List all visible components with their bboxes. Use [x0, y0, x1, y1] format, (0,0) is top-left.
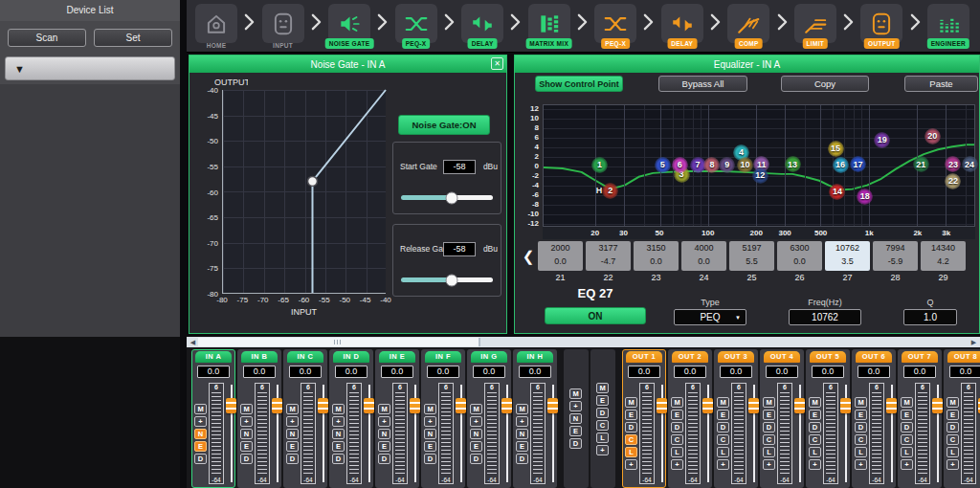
- channel-button-d[interactable]: D: [855, 422, 867, 433]
- channel-button-m[interactable]: M: [596, 383, 609, 393]
- copy-button[interactable]: Copy: [781, 76, 869, 92]
- eq-control-point-13[interactable]: 13: [785, 156, 801, 172]
- scrollbar-thumb[interactable]: [198, 338, 480, 346]
- fader-track[interactable]: [702, 385, 713, 482]
- fader-handle[interactable]: [657, 398, 667, 413]
- scroll-right-icon[interactable]: ▶: [969, 337, 979, 347]
- channel-button-e[interactable]: E: [717, 410, 729, 420]
- eq-control-point-18[interactable]: 18: [857, 189, 873, 205]
- channel-button-n[interactable]: N: [332, 429, 345, 439]
- channel-button-d[interactable]: D: [569, 438, 582, 449]
- start-gate-slider[interactable]: [401, 195, 493, 200]
- equalizer-title-bar[interactable]: Equalizer - IN A: [515, 55, 979, 73]
- eq-band-cell-26[interactable]: 63000.0: [777, 241, 822, 271]
- toolbar-item-delay[interactable]: DELAY: [660, 0, 704, 53]
- eq-control-point-5[interactable]: 5: [655, 157, 671, 173]
- channel-button-d[interactable]: D: [378, 454, 390, 464]
- channel-button-m[interactable]: M: [671, 397, 683, 408]
- close-icon[interactable]: ✕: [491, 57, 503, 70]
- eq-band-cell-27[interactable]: 107623.5: [825, 241, 870, 271]
- channel-strip-out-1[interactable]: OUT 10.0MEDCL+6-64: [622, 349, 666, 488]
- fader-track[interactable]: [410, 385, 420, 482]
- channel-button-m[interactable]: M: [194, 404, 207, 414]
- channel-button-e[interactable]: E: [194, 441, 207, 452]
- eq-control-point-24[interactable]: 24: [962, 156, 978, 172]
- channel-button-+[interactable]: +: [947, 459, 959, 470]
- fader-track[interactable]: [794, 385, 805, 482]
- channel-button-d[interactable]: D: [240, 454, 253, 464]
- channel-strip-out-5[interactable]: OUT 50.0MEDCL+6-64: [806, 349, 850, 488]
- channel-button-d[interactable]: D: [625, 422, 637, 433]
- fader-track[interactable]: [657, 385, 667, 482]
- fader-track[interactable]: [456, 385, 466, 482]
- scroll-left-icon[interactable]: ◀: [188, 337, 198, 347]
- channel-button-m[interactable]: M: [516, 404, 528, 414]
- eq-control-point-19[interactable]: 19: [874, 132, 890, 148]
- channel-button-+[interactable]: +: [194, 416, 207, 427]
- channel-button-d[interactable]: D: [194, 454, 207, 464]
- fader-track[interactable]: [840, 385, 851, 482]
- channel-button-c[interactable]: C: [625, 434, 637, 445]
- channel-strip-in-a[interactable]: IN A0.0M+NED6-64: [191, 349, 235, 488]
- channel-strip-out-4[interactable]: OUT 40.0MEDCL+6-64: [760, 349, 804, 488]
- channel-button-c[interactable]: C: [596, 420, 609, 431]
- channel-button-m[interactable]: M: [332, 404, 345, 414]
- channel-button-n[interactable]: N: [194, 429, 207, 439]
- channel-button-d[interactable]: D: [516, 454, 528, 464]
- fader-handle[interactable]: [886, 398, 897, 413]
- toolbar-item-peq-x[interactable]: PEQ-X: [394, 0, 438, 53]
- channel-button-c[interactable]: C: [717, 434, 729, 445]
- eq-control-point-2[interactable]: 2H: [602, 183, 618, 199]
- channel-button-e[interactable]: E: [569, 426, 582, 436]
- bypass-all-button[interactable]: Bypass All: [658, 76, 747, 92]
- fader-track[interactable]: [748, 385, 759, 482]
- eq-band-cell-28[interactable]: 7994-5.9: [873, 241, 918, 271]
- channel-button-m[interactable]: M: [855, 397, 867, 408]
- fader-handle[interactable]: [702, 398, 713, 413]
- channel-button-n[interactable]: N: [286, 429, 299, 439]
- eq-band-cell-29[interactable]: 143404.2: [921, 241, 966, 271]
- toolbar-item-delay[interactable]: DELAY: [460, 0, 504, 53]
- eq-control-point-21[interactable]: 21: [913, 156, 929, 172]
- channel-button-e[interactable]: E: [625, 410, 637, 420]
- fader-track[interactable]: [501, 385, 512, 482]
- channel-button-+[interactable]: +: [809, 459, 821, 470]
- channel-button-e[interactable]: E: [424, 441, 436, 452]
- channel-button-+[interactable]: +: [625, 459, 637, 470]
- fader-handle[interactable]: [748, 398, 759, 413]
- channel-strip-out-8[interactable]: OUT 80.0MEDCL+6-64: [944, 349, 980, 488]
- channel-strip-in-e[interactable]: IN E0.0M+NED6-64: [375, 349, 419, 488]
- channel-strip-out-2[interactable]: OUT 20.0MEDCL+6-64: [668, 349, 712, 488]
- channel-button-d[interactable]: D: [809, 422, 821, 433]
- channel-button-l[interactable]: L: [717, 447, 729, 457]
- channel-strip-out-6[interactable]: OUT 60.0MEDCL+6-64: [852, 349, 896, 488]
- channel-button-e[interactable]: E: [378, 441, 390, 452]
- channel-button-+[interactable]: +: [596, 445, 609, 455]
- channel-button-c[interactable]: C: [901, 434, 913, 445]
- show-control-point-button[interactable]: Show Control Point: [535, 76, 623, 92]
- channel-button-n[interactable]: N: [424, 429, 436, 439]
- channel-button-+[interactable]: +: [332, 416, 345, 427]
- eq-control-point-15[interactable]: 15: [828, 141, 844, 157]
- channel-button-l[interactable]: L: [809, 447, 821, 457]
- channel-button-d[interactable]: D: [717, 422, 729, 433]
- toolbar-item-home[interactable]: HOME: [194, 0, 238, 53]
- fader-track[interactable]: [886, 385, 897, 482]
- channel-button-m[interactable]: M: [717, 397, 729, 408]
- set-button[interactable]: Set: [94, 29, 172, 47]
- channel-button-n[interactable]: N: [516, 429, 528, 439]
- eq-band-cell-25[interactable]: 51975.5: [729, 241, 774, 271]
- channel-button-n[interactable]: N: [378, 429, 390, 439]
- channel-button-e[interactable]: E: [763, 410, 775, 420]
- channel-button-l[interactable]: L: [901, 447, 913, 457]
- noise-gate-title-bar[interactable]: Noise Gate - IN A ✕: [189, 55, 506, 73]
- channel-button-c[interactable]: C: [855, 434, 867, 445]
- fader-handle[interactable]: [840, 398, 851, 413]
- eq-band-cell-24[interactable]: 40000.0: [681, 241, 726, 271]
- channel-strip-in-h[interactable]: IN H0.0M+NED6-64: [513, 349, 557, 488]
- eq-band-cell-23[interactable]: 31500.0: [634, 241, 679, 271]
- fader-handle[interactable]: [501, 398, 512, 413]
- channel-button-e[interactable]: E: [596, 395, 609, 406]
- fader-handle[interactable]: [932, 398, 943, 413]
- fader-handle[interactable]: [226, 398, 236, 413]
